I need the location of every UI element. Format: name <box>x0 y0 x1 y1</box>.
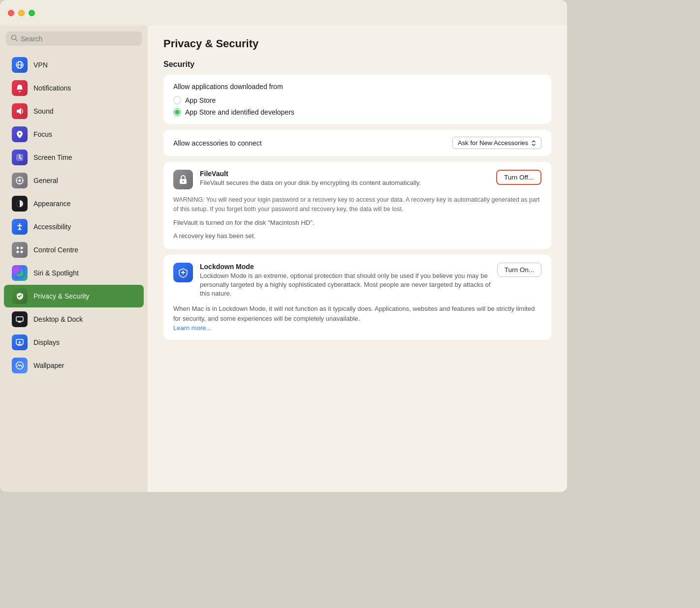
sidebar-label-notifications: Notifications <box>33 84 71 92</box>
main-panel: Privacy & Security Security Allow applic… <box>148 26 567 492</box>
sidebar-item-privacy[interactable]: Privacy & Security <box>4 285 144 307</box>
lockdown-description2: When Mac is in Lockdown Mode, it will no… <box>173 304 541 323</box>
svg-marker-5 <box>17 108 21 115</box>
sidebar-item-notifications[interactable]: Notifications <box>4 77 144 99</box>
privacy-icon <box>12 288 28 304</box>
accessories-card: Allow accessories to connect Ask for New… <box>163 130 551 156</box>
accessories-value: Ask for New Accessories <box>458 139 528 147</box>
sidebar-item-siri[interactable]: Siri & Spotlight <box>4 262 144 284</box>
siri-icon <box>12 265 28 281</box>
search-icon <box>11 34 18 43</box>
filevault-card: FileVault FileVault secures the data on … <box>163 162 551 249</box>
sidebar-item-controlcentre[interactable]: Control Centre <box>4 239 144 261</box>
allow-downloads-card: Allow applications downloaded from App S… <box>163 75 551 124</box>
svg-point-22 <box>19 341 21 343</box>
filevault-turn-off-button[interactable]: Turn Off... <box>496 170 541 185</box>
filevault-description: FileVault secures the data on your disk … <box>200 179 421 187</box>
sidebar-item-focus[interactable]: Focus <box>4 123 144 146</box>
search-bar[interactable] <box>6 31 142 46</box>
filevault-name: FileVault <box>200 170 421 178</box>
lockdown-card: Lockdown Mode Lockdown Mode is an extrem… <box>163 255 551 340</box>
displays-icon <box>12 334 28 350</box>
sidebar: VPN Notifications Sound Focus <box>0 26 148 492</box>
sidebar-item-wallpaper[interactable]: Wallpaper <box>4 354 144 377</box>
sound-icon <box>12 103 28 119</box>
svg-point-16 <box>16 270 23 276</box>
radio-label-appstore: App Store <box>185 96 216 104</box>
traffic-lights <box>8 10 35 16</box>
svg-rect-17 <box>16 317 23 321</box>
radio-circle-appstore <box>173 96 181 104</box>
sidebar-label-wallpaper: Wallpaper <box>33 362 64 369</box>
svg-point-9 <box>19 180 21 182</box>
sidebar-label-controlcentre: Control Centre <box>33 246 78 254</box>
svg-point-13 <box>21 247 23 249</box>
general-icon <box>12 173 28 188</box>
sidebar-item-general[interactable]: General <box>4 169 144 192</box>
sidebar-label-privacy: Privacy & Security <box>33 292 90 300</box>
appearance-icon <box>12 196 28 212</box>
svg-point-15 <box>21 251 23 253</box>
sidebar-label-appearance: Appearance <box>33 200 71 208</box>
desktop-icon <box>12 311 28 327</box>
sidebar-label-general: General <box>33 177 58 184</box>
maximize-button[interactable] <box>29 10 35 16</box>
security-section-title: Security <box>163 60 551 69</box>
titlebar <box>0 0 567 26</box>
page-title: Privacy & Security <box>163 37 551 50</box>
sidebar-label-screentime: Screen Time <box>33 153 72 161</box>
lockdown-icon <box>173 263 193 282</box>
sidebar-label-vpn: VPN <box>33 61 48 69</box>
sidebar-item-vpn[interactable]: VPN <box>4 54 144 76</box>
download-source-group: App Store App Store and identified devel… <box>173 96 541 116</box>
vpn-icon <box>12 57 28 73</box>
filevault-status-1: FileVault is turned on for the disk "Mac… <box>173 218 541 228</box>
sidebar-label-focus: Focus <box>33 130 52 138</box>
filevault-status-2: A recovery key has been set. <box>173 231 541 241</box>
wallpaper-icon <box>12 358 28 373</box>
svg-point-11 <box>19 223 21 225</box>
radio-appstore-identified[interactable]: App Store and identified developers <box>173 108 541 116</box>
lockdown-description: Lockdown Mode is an extreme, optional pr… <box>200 272 491 299</box>
radio-appstore[interactable]: App Store <box>173 96 541 104</box>
sidebar-item-displays[interactable]: Displays <box>4 331 144 354</box>
svg-point-14 <box>17 251 19 253</box>
svg-line-1 <box>16 39 18 41</box>
allow-downloads-label: Allow applications downloaded from <box>173 83 541 91</box>
sidebar-label-accessibility: Accessibility <box>33 223 71 231</box>
sidebar-item-sound[interactable]: Sound <box>4 100 144 122</box>
controlcentre-icon <box>12 242 28 258</box>
lockdown-turn-on-button[interactable]: Turn On... <box>497 263 541 277</box>
filevault-warning: WARNING: You will need your login passwo… <box>173 195 541 214</box>
notifications-icon <box>12 80 28 96</box>
filevault-info: FileVault FileVault secures the data on … <box>173 170 490 189</box>
accessibility-icon <box>12 219 28 235</box>
svg-point-25 <box>183 181 184 182</box>
sidebar-item-desktop[interactable]: Desktop & Dock <box>4 308 144 331</box>
lockdown-learn-more-link[interactable]: Learn more... <box>173 324 211 332</box>
sidebar-label-desktop: Desktop & Dock <box>33 315 83 323</box>
sidebar-item-accessibility[interactable]: Accessibility <box>4 215 144 238</box>
close-button[interactable] <box>8 10 14 16</box>
sidebar-label-displays: Displays <box>33 338 60 346</box>
filevault-icon <box>173 170 193 189</box>
sidebar-label-sound: Sound <box>33 107 53 115</box>
search-input[interactable] <box>21 35 137 43</box>
chevron-updown-icon <box>531 140 536 147</box>
minimize-button[interactable] <box>18 10 25 16</box>
svg-point-23 <box>18 364 19 365</box>
svg-point-6 <box>19 133 21 135</box>
sidebar-item-screentime[interactable]: Screen Time <box>4 146 144 169</box>
focus-icon <box>12 126 28 142</box>
sidebar-label-siri: Siri & Spotlight <box>33 269 79 277</box>
accessories-label: Allow accessories to connect <box>173 139 262 147</box>
radio-circle-identified <box>173 108 181 116</box>
accessories-dropdown[interactable]: Ask for New Accessories <box>452 137 541 149</box>
sidebar-item-appearance[interactable]: Appearance <box>4 192 144 215</box>
radio-label-identified: App Store and identified developers <box>185 108 294 116</box>
lockdown-info: Lockdown Mode Lockdown Mode is an extrem… <box>173 263 491 299</box>
lockdown-name: Lockdown Mode <box>200 263 491 271</box>
svg-point-12 <box>17 247 19 249</box>
screentime-icon <box>12 150 28 165</box>
